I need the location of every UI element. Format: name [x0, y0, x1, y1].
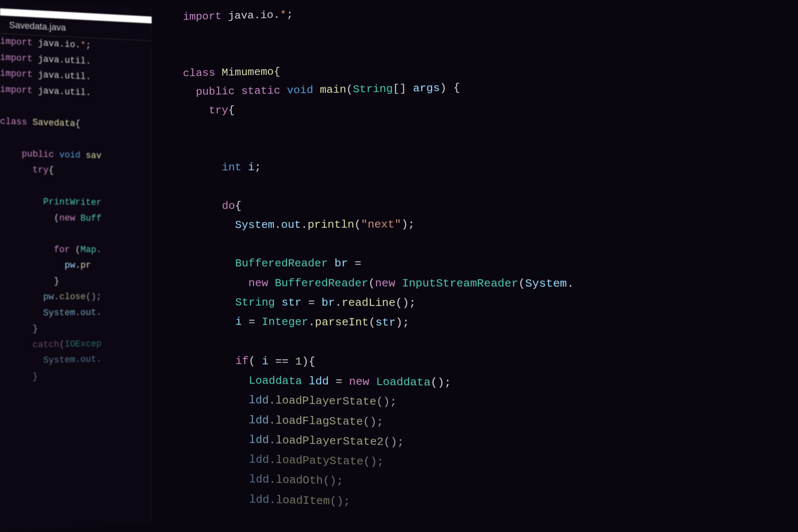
main-editor-pane[interactable]: import java.io.*; class Mimumemo{ public…: [158, 0, 798, 532]
side-line-12: (new Buff: [0, 210, 152, 227]
side-line-17: pw.close();: [0, 289, 152, 305]
side-line-15: pw.pr: [0, 258, 152, 274]
main-code-area[interactable]: import java.io.*; class Mimumemo{ public…: [183, 0, 798, 522]
main-line-11: [183, 233, 798, 254]
side-editor-pane[interactable]: Savedata.java import java.io.*; import j…: [0, 0, 152, 532]
side-line-19: }: [0, 320, 152, 338]
side-line-9: try{: [0, 162, 152, 180]
side-line-11: PrintWriter: [0, 194, 152, 212]
main-line-15: i = Integer.parseInt(str);: [183, 312, 798, 335]
side-line-13: [0, 226, 152, 242]
main-line-9: do{: [183, 192, 798, 216]
side-line-18: System.out.: [0, 304, 152, 322]
main-line-14: String str = br.readLine();: [183, 293, 798, 315]
side-line-22: }: [0, 367, 152, 386]
main-line-12: BufferedReader br =: [183, 254, 798, 274]
side-code-area[interactable]: import java.io.*; import java.util. impo…: [0, 34, 152, 386]
side-line-16: }: [0, 273, 152, 290]
side-line-10: [0, 178, 152, 196]
main-line-13: new BufferedReader(new InputStreamReader…: [183, 273, 798, 294]
side-line-14: for (Map.: [0, 242, 152, 258]
main-line-10: System.out.println("next");: [183, 213, 798, 235]
